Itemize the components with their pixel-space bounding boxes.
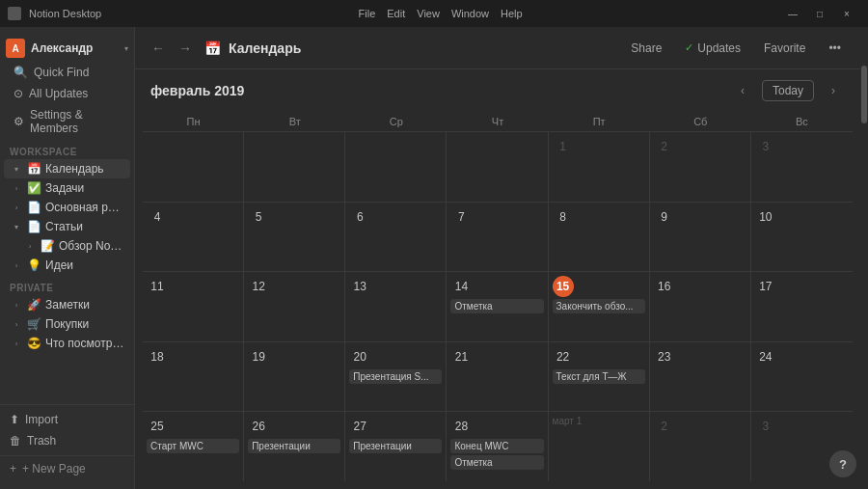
sidebar-item-all-updates[interactable]: ⊙ All Updates (4, 83, 130, 104)
calendar-cell-4-5[interactable]: 2 (650, 412, 751, 481)
menu-window[interactable]: Window (451, 8, 489, 19)
maximize-button[interactable]: □ (806, 3, 833, 24)
calendar-event[interactable]: Текст для Т—Ж (553, 369, 645, 384)
menu-help[interactable]: Help (501, 8, 523, 19)
calendar-cell-4-2[interactable]: 27Презентации (345, 412, 447, 481)
calendar-cell-0-4[interactable]: 1 (549, 132, 650, 202)
calendar-cell-3-4[interactable]: 22Текст для Т—Ж (549, 342, 650, 412)
calendar-cell-2-1[interactable]: 12 (244, 272, 345, 341)
private-section-label: PRIVATE (0, 275, 134, 295)
weekday-thu: Чт (447, 112, 548, 131)
sidebar-item-notes[interactable]: › 🚀 Заметки (4, 295, 130, 314)
calendar-cell-4-1[interactable]: 26Презентации (244, 412, 345, 481)
sidebar-item-shopping[interactable]: › 🛒 Покупки (4, 314, 130, 334)
calendar-cell-1-2[interactable]: 6 (345, 203, 447, 272)
calendar-cell-3-3[interactable]: 21 (447, 342, 548, 412)
menu-file[interactable]: File (359, 8, 376, 19)
more-button[interactable]: ••• (821, 38, 849, 59)
scroll-thumb[interactable] (861, 66, 867, 123)
sidebar-item-articles[interactable]: ▾ 📄 Статьи (4, 217, 130, 236)
sidebar-item-calendar[interactable]: ▾ 📅 Календарь (4, 159, 130, 178)
calendar-cell-0-6[interactable]: 3 (751, 132, 853, 202)
help-button[interactable]: ? (829, 450, 856, 477)
day-number: 26 (248, 416, 269, 437)
sidebar-nav: 🔍 Quick Find ⊙ All Updates ⚙ Settings & … (0, 62, 134, 139)
weekday-sun: Вс (751, 112, 853, 131)
sidebar-item-ideas[interactable]: › 💡 Идеи (4, 256, 130, 275)
calendar-cell-3-2[interactable]: 20Презентация S... (345, 342, 447, 412)
calendar-cell-3-1[interactable]: 19 (244, 342, 345, 412)
sidebar: А Александр ▾ 🔍 Quick Find ⊙ All Updates… (0, 27, 135, 489)
calendar-cell-2-5[interactable]: 16 (650, 272, 751, 341)
scrollbar[interactable] (860, 27, 868, 489)
new-page-button[interactable]: + + New Page (0, 455, 134, 481)
share-button[interactable]: Share (623, 38, 669, 59)
calendar-cell-2-6[interactable]: 17 (751, 272, 853, 341)
sidebar-item-quick-find[interactable]: 🔍 Quick Find (4, 62, 130, 83)
calendar-cell-2-0[interactable]: 11 (143, 272, 244, 341)
shopping-label: Покупки (45, 317, 124, 331)
calendar-cell-3-6[interactable]: 24 (751, 342, 853, 412)
calendar-cell-2-2[interactable]: 13 (345, 272, 447, 341)
sidebar-trash[interactable]: 🗑 Trash (0, 430, 134, 451)
updates-button[interactable]: ✓ Updates (677, 38, 748, 59)
day-number (450, 136, 472, 157)
calendar-cell-1-5[interactable]: 9 (650, 203, 751, 272)
calendar-cell-0-1[interactable] (244, 132, 345, 202)
calendar-cell-3-5[interactable]: 23 (650, 342, 751, 412)
calendar-cell-2-3[interactable]: 14Отметка (447, 272, 548, 341)
next-month-button[interactable]: › (822, 79, 845, 102)
calendar-event[interactable]: Закончить обзо... (553, 299, 645, 313)
calendar-event[interactable]: Отметка (450, 299, 543, 313)
today-button[interactable]: Today (762, 80, 814, 101)
day-number: 6 (349, 206, 370, 228)
favorite-button[interactable]: Favorite (756, 38, 813, 59)
calendar-event[interactable]: Презентации (248, 439, 340, 453)
sidebar-item-watchlist[interactable]: › 😎 Что посмотреть (4, 334, 130, 353)
calendar-event[interactable]: Презентации (349, 439, 442, 453)
minimize-button[interactable]: — (779, 3, 806, 24)
menu-bar: File Edit View Window Help (359, 8, 523, 19)
calendar-cell-0-3[interactable] (447, 132, 548, 202)
expand-icon: ▾ (10, 162, 23, 176)
calendar-cell-0-0[interactable] (143, 132, 244, 202)
weekday-wed: Ср (345, 112, 447, 131)
expand-icon: ▾ (10, 220, 23, 233)
calendar-cell-4-3[interactable]: 28Конец MWCОтметка (447, 412, 548, 481)
calendar-cell-0-2[interactable] (345, 132, 447, 202)
calendar-event[interactable]: Отметка (450, 455, 543, 470)
calendar-cell-1-4[interactable]: 8 (549, 203, 650, 272)
close-button[interactable]: × (833, 3, 860, 24)
calendar-cell-1-6[interactable]: 10 (751, 203, 853, 272)
calendar-event[interactable]: Презентация S... (349, 369, 442, 384)
day-number (248, 136, 269, 157)
calendar-event[interactable]: Старт MWC (147, 439, 239, 453)
back-button[interactable]: ← (147, 37, 170, 60)
ideas-label: Идеи (45, 258, 124, 272)
sidebar-item-notion-overview[interactable]: › 📝 Обзор Notio... (4, 236, 130, 256)
main-content: ← → 📅 Календарь Share ✓ Updates Favorite… (135, 27, 860, 489)
calendar-cell-1-3[interactable]: 7 (447, 203, 548, 272)
sidebar-item-settings[interactable]: ⚙ Settings & Members (4, 104, 130, 139)
calendar-event[interactable]: Конец MWC (450, 439, 543, 453)
window-controls: — □ × (779, 3, 860, 24)
calendar-cell-2-4[interactable]: 15Закончить обзо... (549, 272, 650, 341)
weekday-header-row: Пн Вт Ср Чт Пт Сб Вс (143, 112, 853, 132)
prev-month-button[interactable]: ‹ (731, 79, 754, 102)
calendar-cell-1-0[interactable]: 4 (143, 203, 244, 272)
calendar-cell-3-0[interactable]: 18 (143, 342, 244, 412)
calendar-container: февраль 2019 ‹ Today › Пн Вт Ср Чт Пт Сб… (135, 69, 860, 489)
menu-edit[interactable]: Edit (387, 8, 405, 19)
user-row[interactable]: А Александр ▾ (0, 35, 134, 62)
sidebar-item-main-work[interactable]: › 📄 Основная работа (4, 198, 130, 217)
calendar-cell-4-4[interactable]: март 1 (549, 412, 650, 481)
forward-button[interactable]: → (174, 37, 197, 60)
user-name: Александр (31, 41, 119, 55)
calendar-cell-1-1[interactable]: 5 (244, 203, 345, 272)
calendar-cell-4-0[interactable]: 25Старт MWC (143, 412, 244, 481)
calendar-cell-0-5[interactable]: 2 (650, 132, 751, 202)
day-number: 2 (654, 416, 675, 437)
menu-view[interactable]: View (417, 8, 440, 19)
sidebar-item-tasks[interactable]: › ✅ Задачи (4, 178, 130, 198)
sidebar-import[interactable]: ⬆ Import (0, 409, 134, 430)
